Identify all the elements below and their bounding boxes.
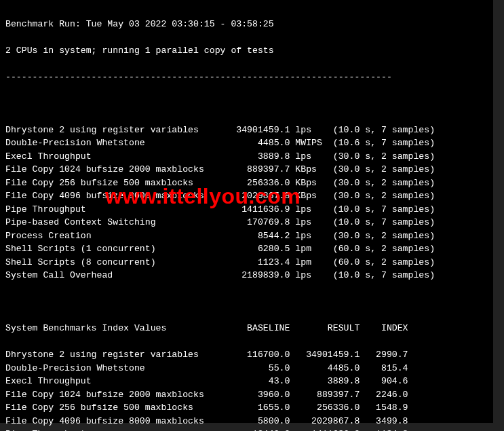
result-row: Dhrystone 2 using register variables 349… <box>5 124 488 137</box>
result-row: File Copy 4096 bufsize 8000 maxblocks 20… <box>5 189 488 203</box>
index-row: Execl Throughput 43.0 3889.8 904.6 <box>5 375 488 388</box>
terminal-output: Benchmark Run: Tue May 03 2022 03:30:15 … <box>0 0 493 423</box>
index-header-row: System Benchmarks Index Values BASELINE … <box>5 322 488 335</box>
cpu-header: 2 CPUs in system; running 1 parallel cop… <box>5 44 488 58</box>
index-row: Dhrystone 2 using register variables 116… <box>5 348 488 362</box>
result-row: Pipe Throughput 1411636.9 lps (10.0 s, 7… <box>5 203 488 217</box>
divider: ----------------------------------------… <box>5 71 488 84</box>
result-row: Pipe-based Context Switching 170769.8 lp… <box>5 216 488 229</box>
result-row: Double-Precision Whetstone 4485.0 MWIPS … <box>5 136 488 150</box>
index-table: Dhrystone 2 using register variables 116… <box>5 348 488 431</box>
result-row: Shell Scripts (8 concurrent) 1123.4 lpm … <box>5 256 488 269</box>
blank <box>5 295 488 309</box>
index-row: Double-Precision Whetstone 55.0 4485.0 8… <box>5 362 488 375</box>
result-row: Execl Throughput 3889.8 lps (30.0 s, 2 s… <box>5 150 488 164</box>
run-header: Benchmark Run: Tue May 03 2022 03:30:15 … <box>5 18 488 31</box>
result-row: File Copy 1024 bufsize 2000 maxblocks 88… <box>5 163 488 176</box>
result-row: Process Creation 8544.2 lps (30.0 s, 2 s… <box>5 229 488 243</box>
index-row: Pipe Throughput 12440.0 1411636.9 1134.8 <box>5 428 488 431</box>
results-table: Dhrystone 2 using register variables 349… <box>5 124 488 282</box>
blank <box>5 97 488 111</box>
result-row: Shell Scripts (1 concurrent) 6280.5 lpm … <box>5 242 488 256</box>
index-row: File Copy 4096 bufsize 8000 maxblocks 58… <box>5 415 488 428</box>
result-row: System Call Overhead 2189839.0 lps (10.0… <box>5 269 488 282</box>
index-row: File Copy 256 bufsize 500 maxblocks 1655… <box>5 401 488 415</box>
index-row: File Copy 1024 bufsize 2000 maxblocks 39… <box>5 388 488 402</box>
result-row: File Copy 256 bufsize 500 maxblocks 2563… <box>5 176 488 190</box>
